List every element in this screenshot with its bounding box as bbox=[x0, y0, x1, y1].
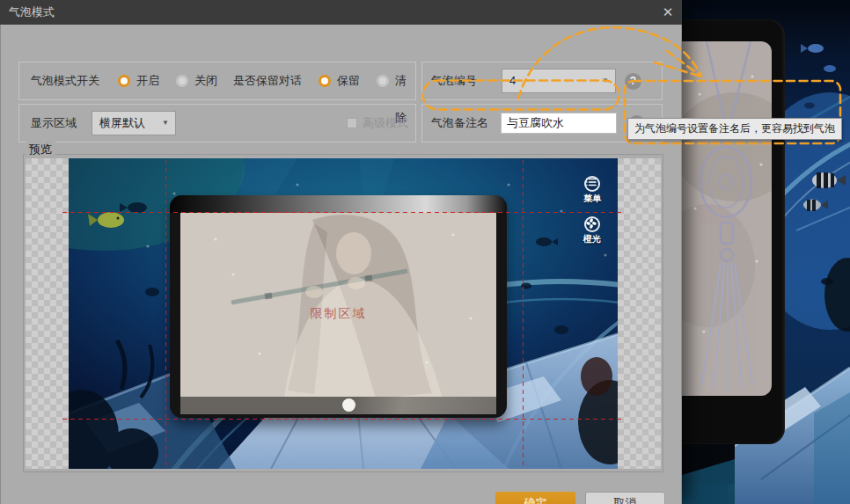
advanced-mode-checkbox[interactable] bbox=[347, 118, 357, 128]
radio-keep-label[interactable]: 保留 bbox=[337, 62, 360, 99]
background-phone-frame bbox=[682, 19, 785, 444]
radio-on-label[interactable]: 开启 bbox=[136, 62, 159, 99]
guide-line-vertical-right bbox=[523, 160, 524, 469]
display-area-group: 显示区域 横屏默认 ▼ 高级模式 bbox=[18, 104, 416, 142]
tablet-bottom-bezel bbox=[180, 397, 496, 414]
dialog-title: 气泡模式 bbox=[9, 0, 55, 25]
ok-button[interactable]: 确定 bbox=[495, 492, 575, 504]
pinwheel-icon bbox=[584, 216, 600, 232]
preview-box: 限制区域 菜单 橙光 bbox=[23, 154, 663, 472]
bubble-mode-dialog: 气泡模式 ✕ 气泡模式开关 开启 关闭 是否保留对话 保留 清除 气泡编号 bbox=[0, 0, 682, 504]
chevron-down-icon: ▼ bbox=[162, 112, 169, 135]
bubble-number-label: 气泡编号 bbox=[431, 62, 477, 99]
screen: 气泡模式 ✕ 气泡模式开关 开启 关闭 是否保留对话 保留 清除 气泡编号 bbox=[0, 0, 850, 504]
bubble-number-select[interactable]: 4 ▼ bbox=[502, 69, 616, 93]
close-icon[interactable]: ✕ bbox=[658, 4, 678, 21]
radio-on[interactable] bbox=[118, 75, 130, 87]
bubble-remark-group: 气泡备注名 ? bbox=[421, 104, 663, 142]
bubble-switch-label: 气泡模式开关 bbox=[31, 62, 99, 99]
bubble-number-value: 4 bbox=[509, 74, 516, 87]
radio-off-label[interactable]: 关闭 bbox=[194, 62, 217, 99]
radio-off[interactable] bbox=[176, 75, 188, 87]
advanced-mode-label: 高级模式 bbox=[363, 105, 408, 142]
guide-line-horizontal-top bbox=[62, 212, 624, 213]
bubble-number-help-icon[interactable]: ? bbox=[625, 73, 641, 90]
home-button bbox=[342, 398, 355, 412]
bubble-switch-group: 气泡模式开关 开启 关闭 是否保留对话 保留 清除 bbox=[18, 62, 416, 100]
remark-tooltip: 为气泡编号设置备注名后，更容易找到气泡 bbox=[627, 118, 842, 140]
bubble-remark-label: 气泡备注名 bbox=[431, 105, 488, 142]
preview-scene: 限制区域 菜单 橙光 bbox=[69, 158, 618, 469]
keep-dialog-label: 是否保留对话 bbox=[233, 62, 302, 99]
chevron-down-icon: ▼ bbox=[602, 69, 609, 92]
menu-list-icon bbox=[584, 176, 600, 192]
transparency-checker-left bbox=[26, 158, 69, 469]
cancel-button[interactable]: 取消 bbox=[585, 492, 665, 504]
menu-button-label: 菜单 bbox=[575, 193, 610, 205]
guide-line-horizontal-bottom bbox=[62, 419, 624, 420]
radio-clear[interactable] bbox=[377, 75, 389, 87]
preview-tablet-frame: 限制区域 bbox=[170, 195, 507, 418]
brand-button-label: 橙光 bbox=[575, 233, 610, 245]
bubble-number-group: 气泡编号 4 ▼ ? bbox=[421, 62, 663, 100]
display-area-select[interactable]: 横屏默认 ▼ bbox=[92, 111, 176, 135]
tablet-screen-overlay: 限制区域 bbox=[180, 213, 496, 398]
display-area-label: 显示区域 bbox=[31, 105, 77, 142]
bubble-remark-input[interactable] bbox=[501, 113, 617, 134]
guide-line-vertical-left bbox=[165, 160, 166, 469]
restricted-area-label: 限制区域 bbox=[311, 306, 367, 322]
dialog-titlebar: 气泡模式 ✕ bbox=[0, 0, 682, 25]
background-phone-screen bbox=[682, 41, 772, 396]
transparency-checker-right bbox=[618, 158, 661, 469]
tablet-gloss-bar bbox=[170, 195, 507, 213]
display-area-value: 横屏默认 bbox=[99, 116, 145, 129]
radio-keep[interactable] bbox=[319, 75, 331, 87]
preview-legend: 预览 bbox=[26, 142, 55, 157]
pendant-illustration bbox=[682, 41, 772, 396]
dialog-body: 气泡模式开关 开启 关闭 是否保留对话 保留 清除 气泡编号 4 ▼ ? bbox=[0, 25, 682, 504]
background-app bbox=[682, 0, 850, 504]
